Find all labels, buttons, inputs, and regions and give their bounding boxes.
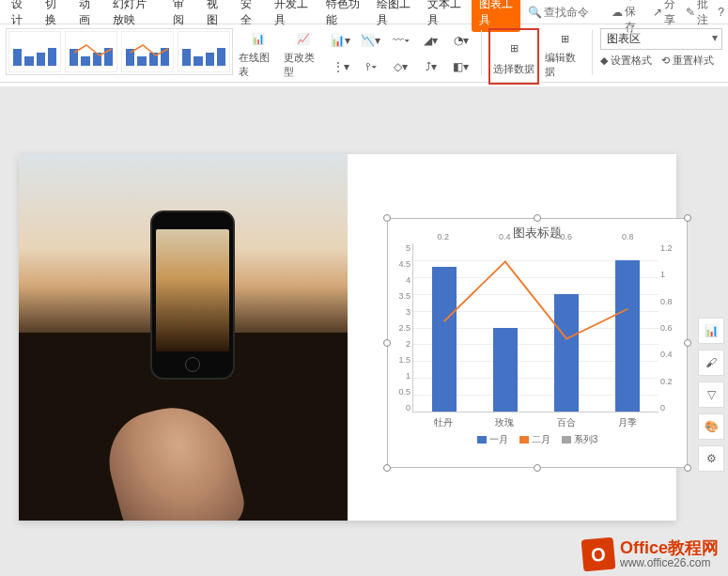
resize-handle[interactable] (383, 464, 391, 472)
resize-handle[interactable] (383, 214, 391, 222)
change-type-icon: 📈 (292, 28, 315, 49)
combo-chart-icon[interactable]: ◧▾ (449, 54, 473, 79)
watermark-logo: O (581, 537, 616, 572)
tab-text[interactable]: 文本工具 (420, 0, 469, 32)
edit-data-button[interactable]: ⊞ 编辑数据 (545, 28, 584, 79)
share-button[interactable]: ↗ 分享 (653, 0, 676, 28)
tab-chart-tools[interactable]: 图表工具 (472, 0, 520, 32)
line-chart-icon[interactable]: 〰▾ (389, 28, 413, 53)
pie-chart-icon[interactable]: ◔▾ (449, 28, 473, 53)
help-button[interactable]: ? (718, 6, 724, 19)
filter-icon: ▽ (707, 388, 716, 401)
watermark-url: www.office26.com (620, 557, 719, 569)
chart-object[interactable]: 图表标题 0.20.40.60.8 54.543.532.521.510.50 … (387, 218, 688, 468)
select-data-icon: ⊞ (503, 38, 525, 60)
ribbon: 📊 在线图表 📈 更改类型 📊▾ 📉▾ 〰▾ ◢▾ ◔▾ ⋮▾ ⫯▾ ◇▾ ⤴▾… (0, 24, 728, 83)
separator (481, 30, 482, 75)
chart-settings-button[interactable]: ⚙ (698, 445, 724, 472)
line-series[interactable] (413, 243, 658, 393)
area-chart-icon[interactable]: ◢▾ (419, 28, 443, 53)
chart-elements-icon: 📊 (705, 324, 719, 337)
chart-color-button[interactable]: 🎨 (698, 413, 724, 440)
watermark-title: Office教程网 (620, 539, 719, 558)
online-chart-icon: 📊 (247, 28, 270, 49)
chart-side-tools: 📊 🖌 ▽ 🎨 ⚙ (698, 318, 724, 472)
tab-animation[interactable]: 动画 (71, 0, 103, 32)
tab-design[interactable]: 设计 (4, 0, 36, 32)
style-thumb-1[interactable] (8, 31, 61, 72)
x-axis-top: 0.20.40.60.8 (412, 232, 658, 241)
chart-type-minis: 📊▾ 📉▾ 〰▾ ◢▾ ◔▾ ⋮▾ ⫯▾ ◇▾ ⤴▾ ◧▾ (329, 28, 473, 79)
resize-handle[interactable] (684, 464, 691, 472)
gear-icon: ⚙ (706, 452, 717, 465)
radar-chart-icon[interactable]: ◇▾ (389, 54, 413, 79)
style-thumb-4[interactable] (178, 31, 230, 72)
set-format-button[interactable]: ◆ 设置格式 (600, 54, 652, 68)
chart-elements-button[interactable]: 📊 (698, 318, 724, 344)
y-axis-left: 54.543.532.521.510.50 (392, 243, 410, 413)
tab-transition[interactable]: 切换 (38, 0, 70, 32)
chart-plot-area[interactable]: 0.20.40.60.8 54.543.532.521.510.50 1.210… (412, 243, 658, 431)
resize-handle[interactable] (534, 464, 541, 472)
stock-chart-icon[interactable]: ⫯▾ (359, 54, 383, 79)
scatter-chart-icon[interactable]: ⋮▾ (329, 54, 353, 79)
resize-handle[interactable] (534, 214, 541, 222)
watermark: O Office教程网 www.office26.com (582, 538, 719, 570)
select-data-button[interactable]: ⊞ 选择数据 (491, 31, 536, 82)
slide-photo (19, 154, 348, 521)
comment-button[interactable]: ✎ 批注 (686, 0, 709, 28)
resize-handle[interactable] (383, 339, 391, 347)
tab-view[interactable]: 视图 (199, 0, 231, 32)
ribbon-right-group: 图表区 ◆ 设置格式 ⟲ 重置样式 (600, 28, 722, 68)
search-icon: 🔍 (528, 6, 542, 19)
chart-area-dropdown[interactable]: 图表区 (600, 28, 722, 50)
x-axis-labels: 牡丹玫瑰百合月季 (412, 414, 658, 431)
tab-special[interactable]: 特色功能 (318, 0, 367, 32)
style-thumb-2[interactable] (65, 31, 117, 72)
tab-security[interactable]: 安全 (233, 0, 265, 32)
reset-style-button[interactable]: ⟲ 重置样式 (661, 54, 714, 68)
trend-chart-icon[interactable]: ⤴▾ (419, 54, 443, 79)
resize-handle[interactable] (684, 214, 691, 222)
style-thumb-3[interactable] (121, 31, 174, 72)
highlight-annotation: ⊞ 选择数据 (488, 28, 539, 85)
edit-data-icon: ⊞ (553, 28, 576, 49)
column-chart-icon[interactable]: 📉▾ (359, 28, 383, 53)
chart-filter-button[interactable]: ▽ (698, 381, 724, 408)
tab-slideshow[interactable]: 幻灯片放映 (105, 0, 163, 32)
chart-styles-button[interactable]: 🖌 (698, 350, 724, 376)
canvas-area: 图表标题 0.20.40.60.8 54.543.532.521.510.50 … (0, 86, 728, 576)
resize-handle[interactable] (684, 339, 691, 347)
tab-review[interactable]: 审阅 (165, 0, 197, 32)
slide[interactable]: 图表标题 0.20.40.60.8 54.543.532.521.510.50 … (19, 154, 676, 521)
tab-dev[interactable]: 开发工具 (267, 0, 316, 32)
change-type-button[interactable]: 📈 更改类型 (284, 28, 323, 79)
online-chart-button[interactable]: 📊 在线图表 (239, 28, 278, 79)
search-box[interactable]: 🔍 (528, 6, 610, 19)
y-axis-right: 1.210.80.60.40.20 (660, 243, 681, 413)
separator (592, 30, 593, 75)
search-input[interactable] (544, 6, 610, 19)
tab-bar: 设计 切换 动画 幻灯片放映 审阅 视图 安全 开发工具 特色功能 绘图工具 文… (0, 0, 728, 24)
brush-icon: 🖌 (705, 356, 717, 369)
plot (412, 243, 658, 413)
chart-legend[interactable]: 一月 二月 系列3 (388, 431, 687, 448)
chart-styles-gallery[interactable] (6, 28, 233, 75)
tab-draw[interactable]: 绘图工具 (369, 0, 418, 32)
bar-chart-icon[interactable]: 📊▾ (329, 28, 353, 53)
fill-icon: 🎨 (705, 420, 719, 433)
